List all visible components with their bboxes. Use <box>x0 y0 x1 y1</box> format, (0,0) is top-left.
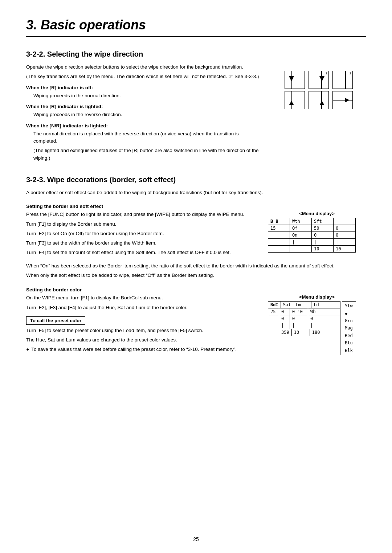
border-color-text-2: Turn [F2], [F3] and [F4] to adjust the H… <box>26 304 259 311</box>
section-323: 3-2-3. Wipe decorations (border, soft ef… <box>26 176 366 355</box>
border-note-1: When “On” has been selected as the Borde… <box>26 262 366 270</box>
section-323-intro: A border effect or soft effect can be ad… <box>26 189 366 196</box>
page-number: 25 <box>193 536 199 542</box>
menu-display-label-2: <Menu display> <box>268 294 366 300</box>
section-322: 3-2-2. Selecting the wipe direction Oper… <box>26 50 366 164</box>
when-r-lighted-label: When the [R] indicator is lighted: <box>26 103 263 110</box>
preset-color-box-label: To call the preset color <box>26 316 85 325</box>
menu-display-label-1: <Menu display> <box>268 211 366 216</box>
border-step-5: Turn [F4] to set the amount of soft effe… <box>26 249 259 256</box>
border-color-text-1: On the WIPE menu, turn [F1] to display t… <box>26 294 259 302</box>
when-r-lighted-text: Wiping proceeds in the reverse direction… <box>33 111 263 118</box>
section-322-title: 3-2-2. Selecting the wipe direction <box>26 50 366 58</box>
bullet-dot: ● <box>26 347 29 352</box>
section-322-intro2: (The key transitions are set by the menu… <box>26 73 263 80</box>
when-nr-lighted-label: When the [N/R] indicator is lighted: <box>26 122 263 130</box>
color-list: Ylw ◆ Grn Mag Red Blu Blk <box>342 301 356 355</box>
when-r-off-label: When the [R] indicator is off: <box>26 84 263 91</box>
menu-color-display: BdI Sat Lm Ld 25 0 0 10 Wb <box>268 301 340 355</box>
preset-color-text-1: Turn [F5] to select the preset color usi… <box>26 327 259 334</box>
border-step-4: Turn [F3] to set the width of the border… <box>26 239 259 247</box>
border-color-heading: Setting the border color <box>26 286 366 294</box>
when-nr-lighted-text2: (The lighted and extinguished statuses o… <box>33 147 263 162</box>
preset-color-bullet: To save the values that were set before … <box>31 347 237 352</box>
chapter-title: 3. Basic operations <box>26 17 366 37</box>
border-step-1: Press the [FUNC] button to light its ind… <box>26 211 259 218</box>
border-soft-heading: Setting the border and soft effect <box>26 203 366 210</box>
section-322-intro1: Operate the wipe direction selector butt… <box>26 64 263 71</box>
when-r-off-text: Wiping proceeds in the normal direction. <box>33 92 263 99</box>
border-note-2: When only the soft effect is to be added… <box>26 272 366 279</box>
preset-color-text-2: The Hue, Sat and Lum values are changed … <box>26 336 259 344</box>
when-nr-lighted-text1: The normal direction is replaced with th… <box>33 130 263 145</box>
border-step-3: Turn [F2] to set On (or Off) for the bor… <box>26 230 259 237</box>
section-323-title: 3-2-3. Wipe decorations (border, soft ef… <box>26 176 366 184</box>
menu-border-display: B B Wth Sft 15 Of 50 0 On 0 <box>268 218 356 253</box>
border-step-2: Turn [F1] to display the Border sub menu… <box>26 221 259 228</box>
wipe-diagrams: 2 2 <box>271 64 366 109</box>
